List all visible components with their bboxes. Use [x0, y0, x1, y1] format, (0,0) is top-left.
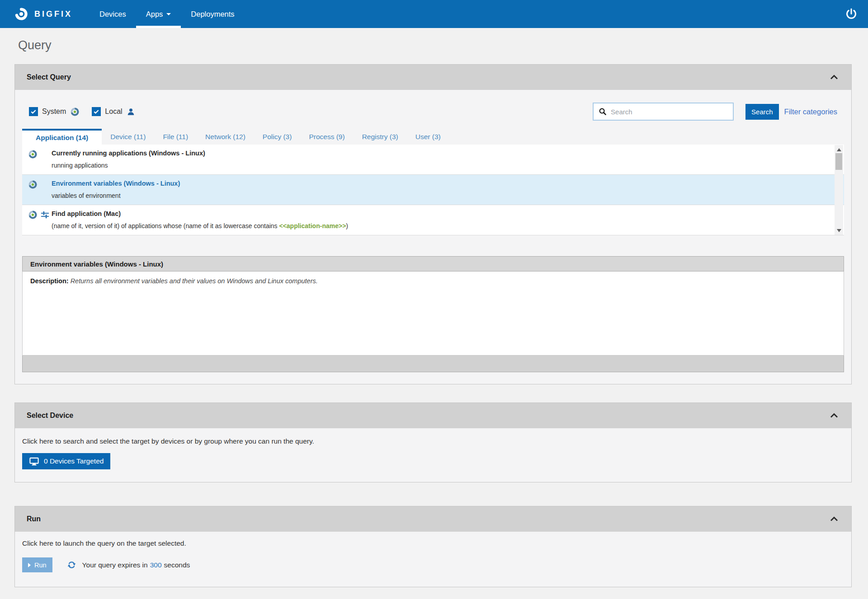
query-item-subtitle: variables of environment [52, 192, 180, 200]
query-item-title: Environment variables (Windows - Linux) [52, 179, 180, 188]
query-expiry-text: Your query expires in 300 seconds [82, 561, 190, 569]
select-query-body: System Local [15, 90, 851, 384]
run-title: Run [27, 515, 41, 523]
run-button-label: Run [34, 562, 47, 569]
system-filter-label: System [42, 108, 66, 116]
select-query-header: Select Query [15, 65, 851, 90]
sliders-icon [40, 210, 50, 220]
query-item-title: Find application (Mac) [52, 209, 348, 218]
tab-file[interactable]: File (11) [154, 129, 197, 145]
tab-user[interactable]: User (3) [407, 129, 449, 145]
category-tabs: Application (14) Device (11) File (11) N… [22, 129, 844, 145]
list-scrollbar[interactable] [835, 145, 843, 235]
nav-items: Devices Apps Deployments [90, 0, 245, 28]
bigfix-badge-icon [28, 180, 38, 189]
person-icon [127, 108, 135, 116]
nav-item-devices[interactable]: Devices [90, 0, 136, 28]
tab-application[interactable]: Application (14) [22, 129, 102, 145]
collapse-button[interactable] [829, 410, 840, 421]
search-area: Search Filter categories [593, 103, 837, 121]
select-query-title: Select Query [27, 73, 71, 81]
run-body: Click here to launch the query on the ta… [15, 532, 851, 587]
bigfix-badge-icon [28, 150, 38, 159]
filter-categories-link[interactable]: Filter categories [784, 108, 837, 116]
select-device-instruction: Click here to search and select the targ… [22, 437, 844, 445]
filter-row: System Local [29, 103, 837, 121]
query-detail-body: Description: Returns all environment var… [22, 271, 844, 356]
top-nav: BIGFIX Devices Apps Deployments [0, 0, 868, 28]
brand-name: BIGFIX [34, 9, 72, 19]
nav-item-apps[interactable]: Apps [136, 0, 181, 28]
query-detail-footer [22, 356, 844, 372]
local-checkbox[interactable] [92, 107, 101, 116]
nav-item-apps-label: Apps [146, 10, 163, 19]
play-icon [28, 563, 31, 567]
run-button[interactable]: Run [22, 557, 52, 572]
devices-targeted-button[interactable]: 0 Devices Targeted [22, 453, 110, 469]
scrollbar-thumb[interactable] [835, 153, 842, 170]
system-checkbox[interactable] [29, 107, 38, 116]
run-panel: Run Click here to launch the query on th… [14, 506, 852, 587]
query-detail-title: Environment variables (Windows - Linux) [22, 256, 844, 271]
tab-registry[interactable]: Registry (3) [354, 129, 407, 145]
chevron-up-icon [829, 410, 840, 421]
query-item-icons [28, 179, 52, 200]
description-label: Description: [30, 277, 69, 285]
run-instruction: Click here to launch the query on the ta… [22, 539, 844, 548]
query-list-item[interactable]: Currently running applications (Windows … [22, 145, 844, 175]
tab-process[interactable]: Process (9) [300, 129, 353, 145]
refresh-button[interactable] [67, 560, 76, 570]
search-button[interactable]: Search [745, 104, 779, 120]
expiry-seconds-value: 300 [150, 561, 162, 569]
description-text: Returns all environment variables and th… [71, 277, 318, 285]
tab-device[interactable]: Device (11) [102, 129, 154, 145]
search-box [593, 103, 734, 121]
chevron-up-icon [829, 514, 840, 524]
select-device-title: Select Device [27, 412, 73, 420]
search-input[interactable] [611, 108, 729, 116]
bigfix-logo-icon [14, 6, 29, 22]
select-query-panel: Select Query System Local [14, 64, 852, 384]
local-filter-label: Local [105, 108, 122, 116]
refresh-icon [67, 560, 76, 570]
select-device-body: Click here to search and select the targ… [15, 428, 851, 482]
query-item-title: Currently running applications (Windows … [52, 149, 205, 158]
check-icon [30, 108, 37, 115]
power-icon [844, 7, 858, 21]
collapse-button[interactable] [829, 72, 840, 83]
search-icon [598, 107, 607, 116]
query-list-item-selected[interactable]: Environment variables (Windows - Linux) … [22, 175, 844, 205]
devices-targeted-label: 0 Devices Targeted [44, 457, 104, 465]
query-item-subtitle: running applications [52, 161, 205, 170]
query-item-icons [28, 209, 52, 230]
query-list: Currently running applications (Windows … [22, 145, 844, 235]
local-filter[interactable]: Local [92, 107, 135, 116]
system-filter[interactable]: System [29, 107, 80, 117]
check-icon [93, 108, 100, 115]
bigfix-badge-icon [28, 210, 38, 220]
query-parameter-token: <<application-name>> [279, 222, 346, 229]
query-list-item[interactable]: Find application (Mac) (name of it, vers… [22, 205, 844, 235]
scroll-down-arrow[interactable] [835, 227, 843, 234]
brand[interactable]: BIGFIX [14, 6, 72, 22]
page-title: Query [18, 38, 868, 52]
nav-item-deployments[interactable]: Deployments [181, 0, 244, 28]
bigfix-badge-icon [70, 107, 80, 117]
collapse-button[interactable] [829, 514, 840, 524]
select-device-header: Select Device [15, 403, 851, 428]
tab-policy[interactable]: Policy (3) [254, 129, 301, 145]
chevron-up-icon [829, 72, 840, 83]
caret-down-icon [166, 13, 171, 15]
scroll-up-arrow[interactable] [835, 146, 843, 153]
query-item-icons [28, 149, 52, 170]
query-detail: Environment variables (Windows - Linux) … [22, 256, 844, 372]
run-header: Run [15, 506, 851, 532]
run-row: Run Your query expires in 300 seconds [22, 557, 844, 572]
monitor-icon [29, 456, 39, 467]
logout-button[interactable] [844, 7, 868, 21]
select-device-panel: Select Device Click here to search and s… [14, 402, 852, 482]
tab-network[interactable]: Network (12) [197, 129, 254, 145]
query-item-subtitle: (name of it, version of it) of applicati… [52, 222, 348, 230]
